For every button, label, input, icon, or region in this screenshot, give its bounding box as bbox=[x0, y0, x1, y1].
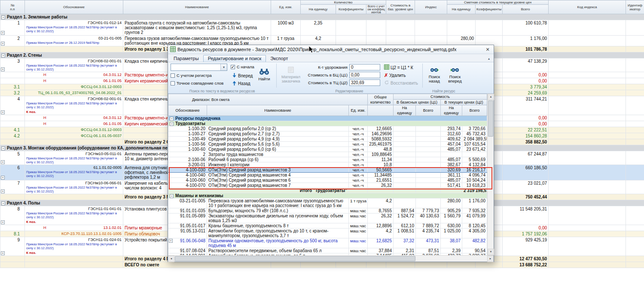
scroll-right-icon[interactable]: ► bbox=[487, 256, 494, 262]
forward-button[interactable]: Вперед bbox=[231, 72, 254, 79]
resource-row[interactable]: 2-100-06Рабочий 6 разряда (ср 6)чел.-ч11… bbox=[168, 157, 487, 162]
base-total bbox=[416, 147, 441, 152]
chevron-down-icon[interactable]: ▾ bbox=[220, 64, 227, 70]
customer-material-button[interactable]: Материал заказчика bbox=[279, 64, 303, 86]
col-header-cur-total: Всего bbox=[503, 5, 549, 14]
justification-cell: ГЭСНм10-05-011-01Приказ Минстроя России … bbox=[25, 151, 123, 165]
expand-icon[interactable]: + bbox=[1, 42, 5, 46]
cell bbox=[626, 72, 644, 78]
collapse-icon[interactable]: − bbox=[170, 194, 174, 198]
resource-row[interactable]: 1-100-27Средний разряд работы 2,7 (ср 2,… bbox=[168, 131, 487, 137]
resource-row[interactable]: 91.01.05-089Экскаваторы одноковшовые диз… bbox=[168, 214, 487, 223]
resource-row[interactable]: 2Затраты труда машинистовчел.-ч109,88645 bbox=[168, 152, 487, 157]
collapse-icon[interactable]: − bbox=[1, 15, 5, 19]
scroll-down-icon[interactable]: ▼ bbox=[488, 249, 494, 255]
col-header-base-cost: Стоимость в баз. уровне цен bbox=[386, 0, 415, 14]
collapse-icon[interactable]: − bbox=[1, 146, 5, 150]
resource-row[interactable]: 1-100-60Средний разряд работы 6,0 (ср 6)… bbox=[168, 147, 487, 152]
restore-button[interactable]: Восстановить bbox=[383, 79, 419, 86]
resource-row[interactable]: −Трудозатраты bbox=[168, 121, 487, 126]
base-total: 40 130,63 bbox=[416, 214, 441, 223]
collapse-ribbon-icon[interactable]: ▴ bbox=[485, 57, 492, 62]
expand-icon[interactable]: + bbox=[1, 220, 5, 224]
resource-row[interactable]: 1-100-49Средний разряд работы 4,9 (ср 4,… bbox=[168, 137, 487, 142]
dialog-titlebar[interactable]: Ведомость ресурсов в документе - Загрузк… bbox=[168, 45, 494, 54]
cell bbox=[415, 262, 447, 268]
vertical-scrollbar[interactable]: ▲ ▼ bbox=[487, 94, 494, 255]
checkbox-exact-words[interactable]: Точное совпадение слов bbox=[171, 81, 223, 85]
resource-code: 4-100-040 bbox=[168, 173, 207, 178]
unit: чел.-ч bbox=[349, 157, 368, 162]
expand-icon[interactable]: + bbox=[1, 189, 5, 193]
resource-row[interactable]: 1-100-56Средний разряд работы 5,6 (ср 5,… bbox=[168, 142, 487, 147]
row-number bbox=[0, 115, 25, 121]
estimate-row-section[interactable]: −Раздел 1. Земляные работы bbox=[0, 14, 644, 20]
resource-row[interactable]: −Ресурсы подрядчика bbox=[168, 116, 487, 121]
row-number bbox=[0, 139, 25, 145]
scroll-left-icon[interactable]: ◄ bbox=[168, 256, 174, 262]
c2-equals-c1k-button[interactable]: Ц2 = Ц1 * К bbox=[383, 64, 415, 71]
resource-row[interactable]: 3-200-01Инженер I категориичел.-ч10,8382… bbox=[168, 162, 487, 168]
collapse-icon[interactable]: − bbox=[1, 201, 5, 205]
current-total: 4 305,00 bbox=[462, 229, 487, 238]
resource-row[interactable]: 91.07.08-024Растворосмесители передвижны… bbox=[168, 248, 487, 253]
find-button[interactable]: Найти bbox=[255, 64, 274, 86]
resource-row[interactable]: 1-100-20Средний разряд работы 2,0 (ср 2)… bbox=[168, 126, 487, 131]
estimate-row-item[interactable]: 1+ГЭСН01-01-012-14Приказ Минстроя России… bbox=[0, 20, 644, 36]
justification-cell: ГЭСН08-02-001-01Приказ Минстроя России о… bbox=[25, 96, 123, 115]
collapse-icon[interactable]: − bbox=[1, 54, 5, 58]
expand-icon[interactable]: + bbox=[1, 110, 5, 114]
tab-redaktirovanie-i-poisk[interactable]: Редактирование и поиск bbox=[203, 55, 266, 62]
base-unit-price bbox=[394, 178, 416, 183]
base-total bbox=[416, 131, 441, 137]
back-button[interactable]: Назад bbox=[231, 80, 252, 87]
resource-row[interactable]: 4-100-030ОТм(Зтм) Средний разряд машинис… bbox=[168, 168, 487, 173]
scrollbar-thumb[interactable] bbox=[175, 256, 415, 261]
resource-row[interactable]: 4-100-040ОТм(Зтм) Средний разряд машинис… bbox=[168, 173, 487, 178]
markup-coefficient-input[interactable]: 0 bbox=[349, 64, 380, 70]
expand-icon[interactable]: + bbox=[1, 31, 5, 35]
scroll-up-icon[interactable]: ▲ bbox=[488, 94, 494, 100]
expand-icon[interactable]: + bbox=[169, 239, 173, 243]
resource-row[interactable]: 91.01.01-035Бульдозеры, мощность 79 кВт … bbox=[168, 208, 487, 214]
checkbox-from-start[interactable]: ✓ С начала bbox=[231, 64, 254, 69]
close-icon[interactable]: ✕ bbox=[484, 47, 491, 52]
collapse-icon[interactable]: − bbox=[170, 117, 174, 121]
collapse-icon[interactable]: − bbox=[170, 122, 174, 126]
base-unit-price bbox=[394, 137, 416, 142]
resource-table-header: Диапазон: Вся смета Общее количество Сто… bbox=[168, 94, 487, 116]
estimate-row-grand[interactable]: ВСЕГО по смете13 688 752,22 bbox=[0, 262, 644, 268]
resource-row[interactable]: 4-100-060ОТм(Зтм) Средний разряд машинис… bbox=[168, 178, 487, 183]
base-price-input[interactable]: 0,00 bbox=[349, 72, 380, 78]
resource-row[interactable]: 91.05.01-017Краны башенные, грузоподъемн… bbox=[168, 223, 487, 229]
horizontal-scrollbar[interactable]: ◄ ► bbox=[168, 255, 494, 262]
tab-eksport[interactable]: Экспорт bbox=[266, 55, 292, 62]
resource-row[interactable]: Итого "Трудозатраты"2 319 198,51 bbox=[168, 188, 487, 193]
base-unit-price: 1 008,51 bbox=[394, 229, 416, 238]
expand-icon[interactable]: + bbox=[1, 251, 5, 255]
search-forward-label: Поиск вперед bbox=[446, 75, 464, 83]
resource-row[interactable]: 03-21-01-005Перевозка грузов автомобилям… bbox=[168, 198, 487, 208]
resource-row[interactable]: 91.05.13-011Автомобили бортовые, грузопо… bbox=[168, 229, 487, 238]
expand-icon[interactable]: + bbox=[1, 176, 5, 180]
search-forward-button[interactable]: Поиск вперед bbox=[446, 64, 464, 86]
current-total: 13 618,23 bbox=[462, 183, 487, 188]
checkbox-case-sensitive[interactable]: С учетом регистра bbox=[171, 73, 212, 78]
scrollbar-thumb[interactable] bbox=[488, 101, 493, 137]
resource-row[interactable]: −Машины и механизмы bbox=[168, 193, 487, 198]
cell bbox=[626, 194, 644, 200]
resource-row[interactable]: 4-100-070ОТм(Зтм) Средний разряд машинис… bbox=[168, 183, 487, 188]
expand-icon[interactable]: + bbox=[1, 67, 5, 71]
row-number: 6+ bbox=[0, 165, 25, 180]
cell bbox=[168, 188, 207, 193]
tab-parametry[interactable]: Параметры bbox=[169, 55, 203, 62]
search-combo[interactable]: ▾ bbox=[171, 64, 227, 71]
expand-icon[interactable]: + bbox=[1, 160, 5, 164]
search-back-button[interactable]: Поиск назад bbox=[425, 64, 444, 86]
delete-button[interactable]: ✗ Удалить bbox=[383, 72, 407, 79]
resource-row[interactable]: +91.06.06-048Подъемники одномачтовые, гр… bbox=[168, 238, 487, 248]
cell bbox=[626, 180, 644, 194]
current-price-input[interactable]: 320,69 bbox=[349, 79, 380, 86]
base-total: 4 235,74 bbox=[416, 229, 441, 238]
unit: маш.час bbox=[349, 248, 368, 253]
